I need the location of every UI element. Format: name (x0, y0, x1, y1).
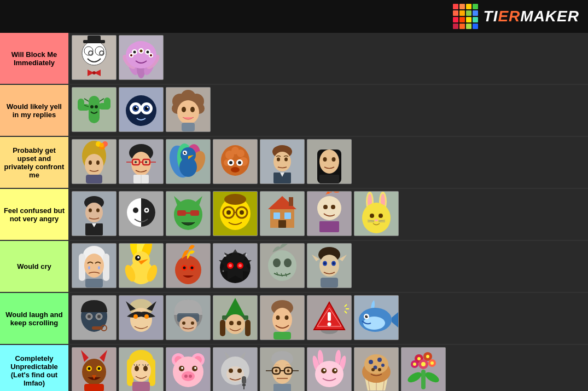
svg-rect-143 (273, 212, 280, 219)
list-item[interactable] (307, 295, 352, 340)
list-item[interactable] (119, 191, 164, 236)
tier-label-cry: Would cry (0, 241, 69, 292)
tier-label-block: Will Block Me Immediately (0, 33, 69, 84)
svg-rect-27 (89, 96, 100, 123)
list-item[interactable] (213, 243, 258, 288)
list-item[interactable] (72, 243, 117, 288)
tier-table: Will Block Me Immediately (0, 33, 588, 391)
svg-point-101 (231, 167, 240, 173)
svg-point-189 (191, 267, 194, 269)
svg-point-199 (223, 271, 224, 272)
svg-point-150 (331, 205, 335, 209)
svg-point-299 (184, 375, 188, 378)
tier-row-upset: Probably get upset and privately confron… (0, 137, 588, 189)
svg-point-230 (133, 314, 138, 319)
svg-point-284 (143, 366, 148, 371)
tier-label-unpredictable: Completely Unpredictable (Let's find out… (0, 345, 69, 391)
list-item[interactable] (119, 35, 164, 80)
svg-point-65 (96, 160, 100, 165)
list-item[interactable] (401, 347, 446, 391)
list-item[interactable] (307, 191, 352, 236)
svg-point-106 (284, 158, 288, 162)
svg-point-62 (100, 143, 104, 147)
list-item[interactable] (354, 347, 399, 391)
svg-point-76 (145, 161, 147, 163)
tier-items-unpredictable (69, 345, 588, 391)
list-item[interactable] (260, 295, 305, 340)
list-item[interactable] (119, 295, 164, 340)
svg-point-124 (145, 209, 148, 211)
list-item[interactable] (72, 295, 117, 340)
list-item[interactable] (119, 347, 164, 391)
list-item[interactable] (354, 191, 399, 236)
list-item[interactable] (72, 35, 117, 80)
svg-point-202 (273, 258, 281, 267)
svg-point-6 (92, 71, 96, 74)
list-item[interactable] (166, 87, 211, 132)
svg-point-323 (275, 370, 278, 372)
svg-point-25 (150, 54, 152, 56)
list-item[interactable] (213, 139, 258, 184)
svg-point-55 (190, 107, 195, 112)
svg-rect-277 (84, 384, 104, 391)
list-item[interactable] (119, 87, 164, 132)
svg-point-158 (370, 214, 374, 218)
list-item[interactable] (307, 347, 352, 391)
svg-point-360 (421, 362, 426, 366)
svg-rect-243 (245, 320, 251, 336)
svg-point-343 (369, 360, 373, 364)
list-item[interactable] (166, 191, 211, 236)
list-item[interactable] (166, 139, 211, 184)
list-item[interactable] (260, 191, 305, 236)
svg-point-149 (323, 205, 328, 209)
list-item[interactable] (260, 347, 305, 391)
svg-point-85 (181, 147, 196, 163)
list-item[interactable] (72, 87, 117, 132)
tier-row-yell: Would likely yell in my replies (0, 85, 588, 137)
list-item[interactable] (119, 139, 164, 184)
svg-rect-326 (273, 384, 291, 391)
tier-row-laugh: Would laugh and keep scrolling (0, 293, 588, 345)
list-item[interactable] (213, 347, 258, 391)
tier-items-upset (69, 137, 588, 188)
list-item[interactable] (260, 139, 305, 184)
svg-point-185 (175, 256, 201, 284)
list-item[interactable] (72, 139, 117, 184)
svg-point-75 (135, 161, 137, 163)
list-item[interactable] (166, 347, 211, 391)
svg-point-19 (140, 50, 143, 53)
svg-point-310 (229, 369, 233, 373)
svg-point-138 (240, 210, 244, 215)
svg-point-181 (137, 256, 139, 258)
list-item[interactable] (166, 243, 211, 288)
list-item[interactable] (213, 191, 258, 236)
list-item[interactable] (166, 295, 211, 340)
list-item[interactable] (260, 243, 305, 288)
svg-point-110 (319, 150, 339, 174)
tier-items-laugh (69, 293, 588, 344)
list-item[interactable] (354, 295, 399, 340)
svg-rect-251 (273, 332, 291, 340)
svg-point-304 (194, 367, 196, 369)
svg-point-118 (96, 209, 100, 212)
svg-point-63 (85, 154, 103, 176)
list-item[interactable] (72, 347, 117, 391)
svg-point-195 (229, 264, 232, 267)
svg-rect-172 (85, 279, 103, 288)
tiermaker-app: TiERMAKER Will Block Me Immediately (0, 0, 588, 391)
list-item[interactable] (119, 243, 164, 288)
svg-point-157 (362, 203, 391, 233)
svg-point-237 (191, 321, 194, 325)
list-item[interactable] (213, 295, 258, 340)
svg-point-137 (226, 210, 231, 215)
tier-label-laugh: Would laugh and keep scrolling (0, 293, 69, 344)
svg-rect-145 (278, 220, 286, 228)
list-item[interactable] (72, 191, 117, 236)
tier-label-confused: Feel confused but not very angry (0, 189, 69, 240)
svg-point-359 (426, 355, 429, 358)
list-item[interactable] (307, 243, 352, 288)
svg-point-117 (89, 209, 92, 212)
list-item[interactable] (307, 139, 352, 184)
svg-point-45 (136, 107, 138, 108)
svg-point-197 (224, 255, 226, 257)
